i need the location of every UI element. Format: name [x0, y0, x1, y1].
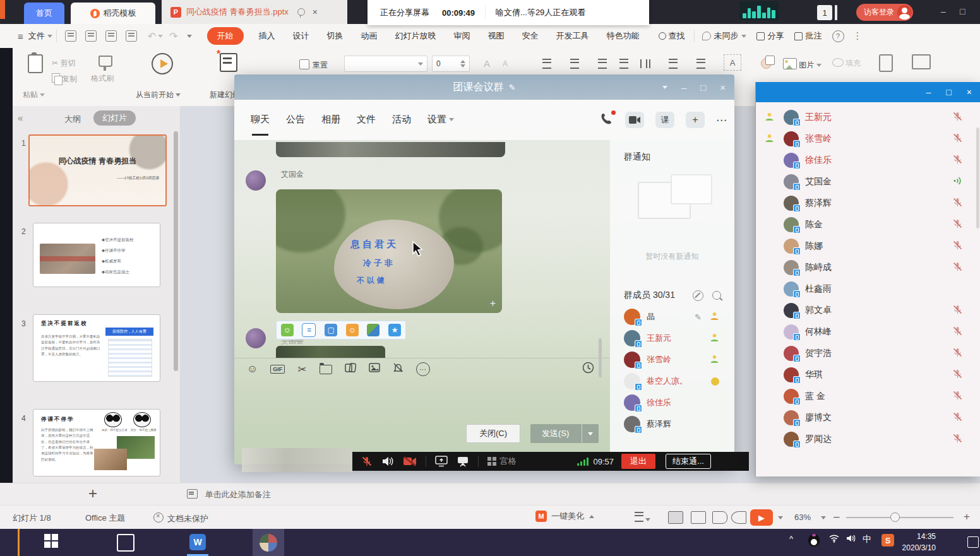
- meeting-member-row[interactable]: 陈娜: [756, 235, 980, 257]
- play-from-current-button[interactable]: 从当前开始: [136, 90, 181, 100]
- undo-chevron-icon[interactable]: [158, 35, 163, 38]
- audio-spectrum-icon[interactable]: [739, 1, 779, 20]
- taskbar-wps-icon[interactable]: W: [189, 534, 206, 550]
- member-window-minimize[interactable]: –: [926, 87, 931, 97]
- wifi-icon[interactable]: [828, 534, 840, 543]
- mic-muted-icon[interactable]: [952, 347, 963, 360]
- mic-muted-icon[interactable]: [952, 304, 963, 317]
- tab-template[interactable]: 稻壳模板: [71, 3, 155, 24]
- emoji-reaction-icon[interactable]: ☺: [281, 324, 294, 336]
- line-spacing-icon[interactable]: [664, 56, 682, 72]
- protection-status[interactable]: 文档未保护: [153, 512, 208, 524]
- menu-sync[interactable]: 未同步: [702, 30, 746, 42]
- mic-muted-icon[interactable]: [952, 390, 963, 403]
- add-slide-button[interactable]: +: [88, 485, 97, 502]
- menu-tab-10[interactable]: 开发工具: [556, 30, 589, 42]
- chat-member-row[interactable]: 张雪岭: [610, 349, 734, 370]
- export-icon[interactable]: [85, 30, 97, 42]
- zoom-out-button[interactable]: –: [834, 511, 839, 523]
- meeting-member-row[interactable]: 贺宇浩: [756, 343, 980, 364]
- presenter-mode-icon[interactable]: [457, 456, 469, 467]
- help-icon[interactable]: ?: [832, 30, 844, 42]
- sogou-icon[interactable]: S: [881, 534, 894, 547]
- menu-tab-3[interactable]: 设计: [293, 30, 309, 42]
- end-call-button[interactable]: 结束通...: [666, 454, 711, 469]
- menu-tab-8[interactable]: 视图: [488, 30, 505, 42]
- favorite-icon[interactable]: ★: [388, 324, 401, 336]
- mic-speaking-icon[interactable]: [952, 175, 963, 189]
- task-view-button[interactable]: [117, 534, 134, 552]
- menu-tab-11[interactable]: 特色功能: [607, 30, 640, 42]
- chat-member-row[interactable]: 晶✎: [610, 306, 734, 328]
- menu-tab-2[interactable]: 插入: [259, 30, 275, 42]
- play-slideshow-button[interactable]: ▶: [750, 509, 773, 526]
- align-left-icon[interactable]: [594, 56, 611, 72]
- tab-slides[interactable]: 幻灯片: [93, 110, 136, 126]
- zoom-knob[interactable]: [890, 512, 900, 522]
- mute-all-icon[interactable]: [693, 290, 703, 301]
- chat-member-row[interactable]: 蔡泽辉: [610, 413, 734, 435]
- font-combo[interactable]: [344, 56, 427, 72]
- font-increase-button[interactable]: A: [484, 58, 490, 69]
- menu-share[interactable]: 分享: [756, 30, 784, 42]
- doc-assistant-icon[interactable]: [879, 54, 893, 72]
- undo-icon[interactable]: ↶: [148, 30, 156, 42]
- chat-tab-5[interactable]: 活动: [392, 114, 411, 127]
- close-chat-button[interactable]: 关闭(C): [466, 424, 520, 443]
- edit-title-icon[interactable]: ✎: [509, 83, 516, 92]
- taskbar-qq-avatar[interactable]: [260, 534, 277, 552]
- ime-indicator[interactable]: 中: [863, 534, 871, 545]
- menu-tab-4[interactable]: 切换: [327, 30, 344, 42]
- slide-thumbnail-4[interactable]: 停课不停学 老师：我不想当主播 同学：我不想上网课 由于疫情的影响，我们不得不上…: [33, 409, 160, 476]
- chat-member-row[interactable]: 徐佳乐: [610, 392, 734, 413]
- mic-muted-icon[interactable]: [952, 133, 963, 146]
- chat-scrollbar[interactable]: [599, 338, 602, 377]
- chat-tab-6[interactable]: 设置: [427, 114, 454, 127]
- meeting-member-row[interactable]: 何林峰: [756, 321, 980, 343]
- member-scrollbar[interactable]: [976, 127, 979, 228]
- more-menu-icon[interactable]: ⋮: [853, 30, 863, 42]
- tray-expand-icon[interactable]: ^: [789, 534, 793, 543]
- tab-document[interactable]: P 同心战疫情 青春勇担当.pptx ×: [162, 0, 347, 24]
- image-expand-icon[interactable]: +: [490, 298, 496, 309]
- grid-view-button[interactable]: 宫格: [487, 456, 517, 467]
- chat-member-row[interactable]: 王新元: [610, 328, 734, 349]
- zoom-in-button[interactable]: +: [964, 511, 970, 523]
- print-icon[interactable]: [105, 30, 117, 42]
- send-file-icon[interactable]: [320, 365, 332, 374]
- meeting-member-row[interactable]: 徐佳乐: [756, 150, 980, 171]
- shapes-icon[interactable]: [761, 56, 775, 68]
- tab-home[interactable]: 首页: [24, 3, 64, 24]
- mic-muted-icon[interactable]: [952, 369, 963, 382]
- slide-sorter-icon[interactable]: [691, 511, 706, 524]
- redo-icon[interactable]: ↷: [169, 30, 177, 42]
- meeting-member-row[interactable]: 郭文卓: [756, 300, 980, 321]
- member-window-close[interactable]: ×: [967, 87, 972, 97]
- emoji-picker-icon[interactable]: ☺: [247, 363, 258, 376]
- chat-tab-4[interactable]: 文件: [357, 114, 376, 127]
- save-icon[interactable]: [65, 30, 76, 42]
- copy-button[interactable]: 复制: [52, 73, 77, 85]
- class-icon[interactable]: 课: [655, 112, 674, 128]
- window-restore-button[interactable]: □: [960, 6, 965, 16]
- play-options-chevron[interactable]: [778, 516, 783, 519]
- mic-muted-icon[interactable]: [952, 111, 963, 124]
- zoom-slider[interactable]: [846, 517, 953, 518]
- chat-maximize-button[interactable]: □: [700, 82, 706, 93]
- second-image-message-partial[interactable]: [276, 346, 385, 358]
- chat-titlebar[interactable]: 团课会议群 ✎: [234, 74, 734, 100]
- mic-muted-icon[interactable]: [952, 411, 963, 425]
- meeting-member-row[interactable]: 罗闻达: [756, 429, 980, 450]
- screen-icon[interactable]: ▢: [325, 324, 337, 336]
- start-button[interactable]: [44, 534, 58, 548]
- edit-card-icon[interactable]: ✎: [695, 312, 702, 322]
- zoom-chevron[interactable]: [821, 516, 826, 519]
- rock-photo-message[interactable]: 息自君天 冷子非 不以健 +: [276, 189, 502, 313]
- voice-call-icon[interactable]: [600, 112, 614, 128]
- send-button[interactable]: 发送(S): [530, 424, 599, 443]
- tab-outline[interactable]: 大纲: [64, 114, 81, 125]
- slides-scrollbar[interactable]: [174, 131, 178, 371]
- chat-member-row[interactable]: 巷空人凉。: [610, 370, 734, 392]
- reading-view-icon[interactable]: [712, 511, 727, 524]
- mic-muted-icon[interactable]: [952, 433, 963, 446]
